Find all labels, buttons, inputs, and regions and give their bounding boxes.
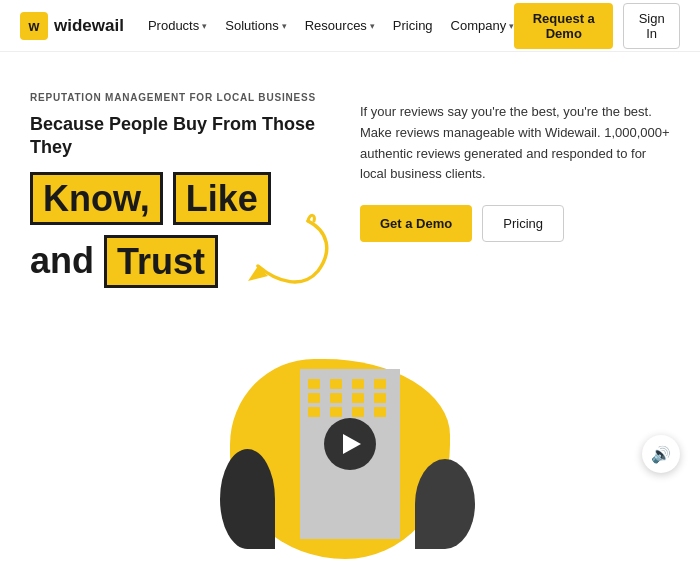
logo[interactable]: w widewail bbox=[20, 12, 124, 40]
arrow-icon bbox=[238, 211, 338, 291]
navbar: w widewail Products ▾ Solutions ▾ Resour… bbox=[0, 0, 700, 52]
word-trust: Trust bbox=[104, 235, 218, 289]
window bbox=[352, 393, 364, 403]
pricing-button[interactable]: Pricing bbox=[482, 205, 564, 242]
video-wrapper bbox=[220, 329, 480, 559]
window bbox=[308, 379, 320, 389]
request-demo-button[interactable]: Request a Demo bbox=[514, 3, 613, 49]
window bbox=[330, 379, 342, 389]
hero-left: REPUTATION MANAGEMENT FOR LOCAL BUSINESS… bbox=[30, 92, 340, 299]
nav-item-products[interactable]: Products ▾ bbox=[148, 18, 207, 33]
nav-item-solutions[interactable]: Solutions ▾ bbox=[225, 18, 286, 33]
nav-left: w widewail Products ▾ Solutions ▾ Resour… bbox=[20, 12, 514, 40]
window bbox=[308, 407, 320, 417]
sound-button[interactable]: 🔊 bbox=[642, 435, 680, 473]
hero-right: If your reviews say you're the best, you… bbox=[360, 92, 670, 299]
hero-section: REPUTATION MANAGEMENT FOR LOCAL BUSINESS… bbox=[0, 52, 700, 319]
sign-in-button[interactable]: Sign In bbox=[623, 3, 680, 49]
window bbox=[374, 393, 386, 403]
window bbox=[374, 407, 386, 417]
logo-text: widewail bbox=[54, 16, 124, 36]
and-text: and bbox=[30, 240, 94, 282]
arrow-decoration bbox=[238, 211, 338, 291]
nav-item-company[interactable]: Company ▾ bbox=[451, 18, 515, 33]
chevron-down-icon: ▾ bbox=[202, 21, 207, 31]
window bbox=[308, 393, 320, 403]
video-section: 🔊 bbox=[0, 319, 700, 576]
chevron-down-icon: ▾ bbox=[370, 21, 375, 31]
play-icon bbox=[343, 434, 361, 454]
sound-icon: 🔊 bbox=[651, 445, 671, 464]
word-know: Know, bbox=[30, 172, 163, 226]
building-windows bbox=[308, 379, 392, 417]
nav-item-resources[interactable]: Resources ▾ bbox=[305, 18, 375, 33]
window bbox=[352, 379, 364, 389]
hero-subtitle: Because People Buy From Those They bbox=[30, 113, 340, 160]
window bbox=[352, 407, 364, 417]
nav-links: Products ▾ Solutions ▾ Resources ▾ Prici… bbox=[148, 18, 514, 33]
and-trust-row: and Trust bbox=[30, 231, 340, 291]
logo-icon: w bbox=[20, 12, 48, 40]
eyebrow-text: REPUTATION MANAGEMENT FOR LOCAL BUSINESS bbox=[30, 92, 340, 103]
window bbox=[330, 393, 342, 403]
window bbox=[374, 379, 386, 389]
tree-right bbox=[415, 459, 475, 549]
play-button[interactable] bbox=[324, 418, 376, 470]
nav-item-pricing[interactable]: Pricing bbox=[393, 18, 433, 33]
hero-description: If your reviews say you're the best, you… bbox=[360, 102, 670, 185]
window bbox=[330, 407, 342, 417]
get-demo-button[interactable]: Get a Demo bbox=[360, 205, 472, 242]
hero-buttons: Get a Demo Pricing bbox=[360, 205, 670, 242]
chevron-down-icon: ▾ bbox=[282, 21, 287, 31]
tree-left bbox=[220, 449, 275, 549]
nav-right: Request a Demo Sign In bbox=[514, 3, 680, 49]
